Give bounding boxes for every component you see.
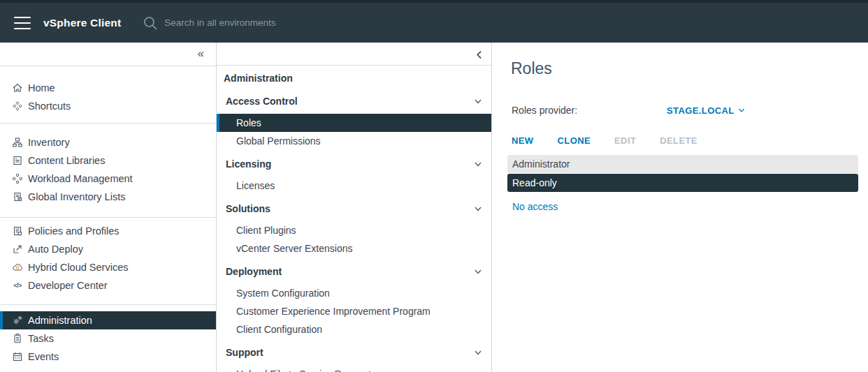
- roles-list: Administrator Read-only No access: [507, 155, 858, 216]
- sidebar-item-shortcuts[interactable]: Shortcuts: [0, 97, 216, 115]
- sidebar-item-label: Inventory: [28, 137, 70, 148]
- sidebar-item-inventory[interactable]: Inventory: [0, 133, 216, 151]
- vsphere-client-app: vSphere Client « Home: [0, 0, 868, 372]
- nav-title: Administration: [217, 69, 491, 87]
- sidebar-item-label: Auto Deploy: [28, 244, 83, 255]
- nav-item-global-permissions[interactable]: Global Permissions: [217, 132, 491, 150]
- hamburger-menu-icon[interactable]: [14, 17, 31, 29]
- nav-item-client-plugins[interactable]: Client Plugins: [217, 221, 491, 239]
- roles-toolbar: NEW CLONE EDIT DELETE: [512, 135, 858, 146]
- roles-provider-label: Roles provider:: [512, 105, 667, 116]
- sidebar-item-label: Developer Center: [28, 280, 108, 291]
- search-input[interactable]: [164, 17, 388, 28]
- sidebar-item-workload-management[interactable]: Workload Management: [0, 170, 216, 188]
- nav-section-label: Access Control: [226, 96, 298, 107]
- sidebar-item-label: Global Inventory Lists: [28, 191, 125, 202]
- chevron-down-icon: [474, 348, 482, 357]
- developer-center-icon: </>: [12, 280, 23, 291]
- sidebar-group-home: Home Shortcuts: [0, 66, 216, 123]
- nav-section-header-deployment[interactable]: Deployment: [217, 262, 491, 281]
- nav-section-header-licensing[interactable]: Licensing: [217, 155, 491, 173]
- sidebar-item-events[interactable]: Events: [0, 348, 216, 366]
- chevron-down-icon: [474, 97, 482, 105]
- nav-section-header-access-control[interactable]: Access Control: [217, 92, 491, 110]
- nav-item-upload-file-to-service-request[interactable]: Upload File to Service Request: [217, 365, 491, 372]
- global-search: [142, 15, 388, 31]
- chevron-down-icon: [474, 160, 482, 168]
- role-row-no-access[interactable]: No access: [507, 198, 858, 216]
- sidebar-item-label: Home: [28, 82, 55, 94]
- sidebar-collapse-icon[interactable]: «: [198, 45, 204, 62]
- sidebar-item-label: Events: [28, 351, 59, 362]
- global-inventory-lists-icon: [12, 191, 23, 202]
- sidebar-item-content-libraries[interactable]: Content Libraries: [0, 151, 216, 170]
- nav-item-client-configuration[interactable]: Client Configuration: [217, 320, 491, 338]
- divider: [217, 65, 491, 66]
- content-libraries-icon: [12, 155, 23, 166]
- hybrid-cloud-icon: [12, 262, 23, 273]
- sidebar-item-label: Policies and Profiles: [28, 225, 120, 237]
- sidebar-group-inventory: Inventory Content Libraries Workload Man…: [0, 124, 216, 217]
- nav-section-label: Solutions: [226, 203, 270, 214]
- nav-item-licenses[interactable]: Licenses: [217, 177, 491, 195]
- top-bar: vSphere Client: [0, 0, 868, 43]
- nav-section-label: Support: [226, 347, 263, 358]
- clone-button[interactable]: CLONE: [558, 135, 591, 146]
- chevron-down-icon: [474, 267, 482, 276]
- app-title: vSphere Client: [43, 17, 121, 29]
- roles-main-panel: Roles Roles provider: STAGE.LOCAL NEW CL…: [492, 43, 868, 372]
- administration-icon: [12, 315, 23, 326]
- sidebar-item-auto-deploy[interactable]: Auto Deploy: [0, 240, 216, 258]
- sidebar-item-label: Shortcuts: [28, 101, 71, 112]
- edit-button: EDIT: [614, 135, 636, 146]
- sidebar-item-administration[interactable]: Administration: [0, 311, 216, 329]
- inventory-icon: [12, 137, 23, 148]
- nav-item-ceip[interactable]: Customer Experience Improvement Program: [217, 302, 491, 320]
- nav-section-header-solutions[interactable]: Solutions: [217, 200, 491, 218]
- sidebar-item-label: Administration: [28, 315, 92, 326]
- nav-section-label: Licensing: [226, 158, 271, 170]
- search-icon: [142, 15, 159, 31]
- nav-section-label: Deployment: [226, 266, 282, 277]
- sidebar-item-label: Workload Management: [28, 173, 133, 184]
- roles-provider-row: Roles provider: STAGE.LOCAL: [512, 105, 858, 116]
- page-title: Roles: [511, 59, 858, 78]
- nav-item-roles[interactable]: Roles: [217, 114, 491, 132]
- new-button[interactable]: NEW: [512, 135, 534, 146]
- sidebar-item-tasks[interactable]: Tasks: [0, 329, 216, 348]
- sidebar-item-hybrid-cloud-services[interactable]: Hybrid Cloud Services: [0, 258, 216, 276]
- nav-panel-header: [217, 43, 491, 65]
- nav-item-system-configuration[interactable]: System Configuration: [217, 284, 491, 302]
- home-icon: [12, 82, 23, 94]
- administration-nav-panel: Administration Access Control Roles Glob…: [217, 43, 492, 372]
- content-area: « Home Shortcuts: [0, 43, 868, 372]
- nav-item-vcenter-server-extensions[interactable]: vCenter Server Extensions: [217, 239, 491, 258]
- shortcuts-icon: [12, 101, 23, 112]
- role-row-read-only[interactable]: Read-only: [507, 174, 858, 192]
- policies-profiles-icon: [12, 225, 23, 237]
- sidebar-header: «: [0, 43, 216, 66]
- nav-collapse-chevron-icon[interactable]: [475, 47, 484, 64]
- nav-section-access-control: Access Control Roles Global Permissions: [217, 92, 491, 150]
- left-sidebar: « Home Shortcuts: [0, 43, 217, 372]
- sidebar-item-policies-profiles[interactable]: Policies and Profiles: [0, 222, 216, 240]
- chevron-down-icon: [738, 107, 745, 114]
- nav-section-header-support[interactable]: Support: [217, 343, 491, 362]
- roles-provider-dropdown[interactable]: STAGE.LOCAL: [667, 105, 745, 116]
- sidebar-item-label: Tasks: [28, 333, 54, 344]
- role-row-administrator[interactable]: Administrator: [507, 155, 858, 173]
- nav-section-support: Support Upload File to Service Request: [217, 343, 491, 372]
- sidebar-item-home[interactable]: Home: [0, 79, 216, 97]
- tasks-icon: [12, 333, 23, 344]
- sidebar-item-label: Content Libraries: [28, 155, 105, 166]
- events-icon: [12, 351, 23, 362]
- roles-provider-value: STAGE.LOCAL: [667, 105, 735, 116]
- sidebar-item-developer-center[interactable]: </> Developer Center: [0, 276, 216, 295]
- sidebar-group-tools: Policies and Profiles Auto Deploy Hybrid…: [0, 218, 216, 304]
- auto-deploy-icon: [12, 244, 23, 255]
- delete-button: DELETE: [660, 135, 697, 146]
- nav-section-solutions: Solutions Client Plugins vCenter Server …: [217, 200, 491, 258]
- nav-section-licensing: Licensing Licenses: [217, 155, 491, 195]
- sidebar-item-label: Hybrid Cloud Services: [28, 262, 128, 273]
- sidebar-item-global-inventory-lists[interactable]: Global Inventory Lists: [0, 188, 216, 206]
